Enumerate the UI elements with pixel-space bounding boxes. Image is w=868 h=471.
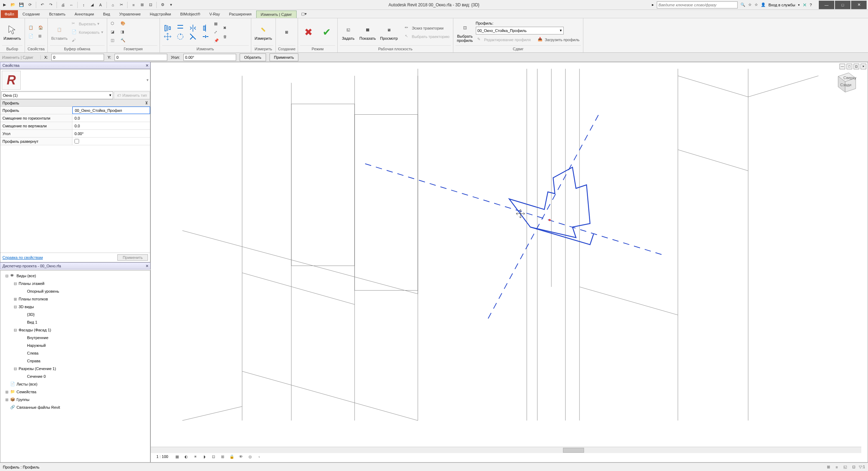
tree-item[interactable]: Наружный: [2, 342, 149, 349]
minimize-button[interactable]: —: [819, 1, 834, 9]
undo-icon[interactable]: ↶: [39, 2, 45, 8]
tree-item[interactable]: Слева: [2, 349, 149, 357]
detail-level-icon[interactable]: ▦: [174, 453, 180, 460]
reveal-icon[interactable]: ◎: [247, 453, 253, 460]
tree-item[interactable]: ⊞📦Группы: [2, 396, 149, 403]
offset-btn[interactable]: [175, 24, 186, 32]
search-input[interactable]: [657, 1, 738, 8]
tree-item[interactable]: ⊟Разрезы (Сечение 1): [2, 365, 149, 373]
tree-item[interactable]: ⊟3D виды: [2, 303, 149, 311]
tree-item[interactable]: Вид 1: [2, 318, 149, 326]
family-cat-btn[interactable]: ⊞: [37, 33, 45, 40]
tree-toggle-icon[interactable]: ⊟: [13, 305, 17, 309]
tree-item[interactable]: Опорный уровень: [2, 287, 149, 295]
tree-item[interactable]: Сечение 0: [2, 373, 149, 380]
property-value[interactable]: 0.0: [72, 114, 150, 122]
redo-icon[interactable]: ↷: [47, 2, 54, 8]
join-btn[interactable]: ◫: [109, 37, 118, 45]
sun-path-icon[interactable]: ☀: [192, 453, 199, 460]
chevron-icon[interactable]: ‹: [256, 453, 263, 460]
load-profile-button[interactable]: 📥Загрузить профиль: [536, 36, 581, 44]
split-face-btn[interactable]: ◨: [119, 28, 128, 36]
view-close-icon[interactable]: ✕: [861, 64, 866, 69]
tab-annotate[interactable]: Аннотации: [70, 10, 98, 18]
help-icon[interactable]: ?: [810, 3, 812, 7]
dimension-icon[interactable]: ↕: [80, 2, 87, 8]
tree-item[interactable]: ⊟Планы этажей: [2, 280, 149, 287]
y-input[interactable]: [115, 54, 167, 61]
type-props-btn[interactable]: 📄: [27, 33, 35, 40]
flip-button[interactable]: Обратить: [240, 53, 266, 61]
tree-item[interactable]: {3D}: [2, 311, 149, 318]
tree-item[interactable]: ⊟👁Виды (все): [2, 272, 149, 280]
scale-label[interactable]: 1 : 100: [154, 454, 171, 459]
thin-lines-icon[interactable]: ≡: [130, 2, 137, 8]
unpin-btn[interactable]: ✖: [222, 24, 228, 32]
tab-bimobject[interactable]: BIMobject®: [176, 10, 205, 18]
favorite-icon[interactable]: ☆: [754, 2, 758, 7]
tree-item[interactable]: Справа: [2, 357, 149, 365]
exchange-icon[interactable]: ✕: [803, 2, 807, 8]
tab-addins[interactable]: Надстройки: [145, 10, 175, 18]
move-btn[interactable]: [162, 33, 173, 40]
tree-toggle-icon[interactable]: ⊞: [13, 297, 17, 301]
tree-item[interactable]: Внутренние: [2, 334, 149, 342]
horizontal-scrollbar[interactable]: [151, 447, 861, 453]
tree-toggle-icon[interactable]: ⊞: [5, 397, 9, 402]
crop-show-icon[interactable]: ⊞: [220, 453, 226, 460]
properties-btn[interactable]: 📋: [27, 24, 35, 32]
section-icon[interactable]: ✂: [118, 2, 124, 8]
edit-profile-button[interactable]: ✎Редактирование профиля: [476, 36, 532, 44]
paste-button[interactable]: 📋 Вставить: [50, 24, 69, 41]
create-button[interactable]: ⊞: [278, 26, 295, 39]
viewer-button[interactable]: 🖥 Просмотр: [379, 24, 399, 41]
tree-item[interactable]: 📄Листы (все): [2, 380, 149, 388]
tree-item[interactable]: ⊞📁Семейства: [2, 388, 149, 396]
mirror-axis-btn[interactable]: [187, 24, 199, 32]
lock-icon[interactable]: 🔒: [229, 453, 235, 460]
search-icon[interactable]: 🔍: [740, 2, 745, 7]
tree-item[interactable]: ⊟Фасады (Фасад 1): [2, 326, 149, 334]
filter-icon[interactable]: ▽:1: [859, 464, 865, 470]
trim-btn[interactable]: [187, 33, 199, 40]
temp-hide-icon[interactable]: 👁: [238, 453, 244, 460]
props-apply-button[interactable]: Применить: [117, 254, 148, 261]
measure-button[interactable]: 📏 Измерить: [253, 24, 274, 41]
tab-vray[interactable]: V-Ray: [205, 10, 225, 18]
sketch-path-button[interactable]: ✏Эскиз траектории: [403, 24, 451, 32]
switch-icon[interactable]: ⊡: [147, 2, 154, 8]
copy-button[interactable]: 📄Копировать ▾: [70, 28, 104, 36]
array-btn[interactable]: ▦: [213, 20, 220, 28]
close-button[interactable]: ✕: [851, 1, 867, 9]
cope-btn[interactable]: ⬡: [109, 20, 118, 28]
visual-style-icon[interactable]: ◐: [183, 453, 189, 460]
set-button[interactable]: ◱ Задать: [340, 24, 357, 41]
print-icon[interactable]: 🖨: [60, 2, 66, 8]
tab-extensions[interactable]: Расширения: [225, 10, 256, 18]
app-menu-icon[interactable]: ▶: [1, 2, 8, 8]
dropdown-icon[interactable]: ▾: [168, 2, 174, 8]
property-value[interactable]: [72, 138, 150, 145]
status-icon-2[interactable]: ≡: [834, 464, 840, 470]
angle-input[interactable]: [183, 54, 236, 61]
tree-item[interactable]: ⊞Планы потолков: [2, 295, 149, 303]
profile-dropdown[interactable]: 00_Окно_Стойка_Профиль ▾: [476, 27, 564, 34]
tree-toggle-icon[interactable]: ⊟: [13, 328, 17, 332]
status-icon-1[interactable]: ⊞: [825, 464, 831, 470]
close-icon[interactable]: ✕: [145, 63, 149, 68]
align-btn[interactable]: [162, 24, 173, 32]
rotate-btn[interactable]: [175, 33, 186, 40]
status-icon-3[interactable]: ◱: [842, 464, 848, 470]
user-icon[interactable]: 👤: [761, 2, 766, 7]
sync-icon[interactable]: ⟳: [27, 2, 33, 8]
login-label[interactable]: Вход в службы: [769, 3, 795, 7]
select-path-button[interactable]: ↖Выбрать траекторию: [403, 33, 451, 40]
delete-btn[interactable]: 🗑: [222, 33, 228, 40]
type-chevron-icon[interactable]: ▾: [147, 78, 149, 82]
close-icon[interactable]: ✕: [145, 264, 149, 268]
3d-icon[interactable]: ⌂: [110, 2, 116, 8]
tab-create[interactable]: Создание: [18, 10, 45, 18]
split-btn[interactable]: [200, 33, 211, 40]
scroll-thumb[interactable]: [563, 448, 584, 453]
tab-file[interactable]: Файл: [1, 10, 18, 18]
